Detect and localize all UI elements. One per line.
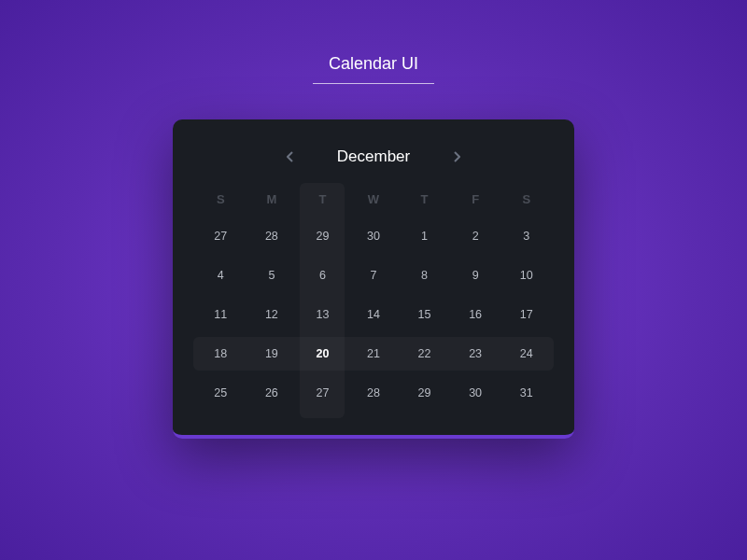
chevron-right-icon: [453, 151, 460, 162]
date-cell[interactable]: 25: [195, 373, 247, 413]
date-cell[interactable]: 28: [348, 373, 400, 413]
day-header: F: [450, 189, 501, 211]
date-cell[interactable]: 21: [348, 334, 400, 373]
date-cell[interactable]: 14: [348, 295, 400, 334]
day-header: W: [348, 189, 400, 211]
date-cell[interactable]: 4: [195, 256, 247, 295]
date-cell[interactable]: 22: [399, 334, 450, 373]
date-cell[interactable]: 3: [500, 217, 552, 256]
date-cell[interactable]: 13: [297, 295, 348, 334]
date-cell[interactable]: 29: [297, 217, 348, 256]
date-cell[interactable]: 28: [247, 217, 298, 256]
date-cell[interactable]: 12: [247, 295, 298, 334]
day-header: T: [297, 189, 348, 211]
day-headers-row: S M T W T F S: [195, 189, 552, 211]
date-cell[interactable]: 5: [247, 256, 298, 295]
date-cell[interactable]: 16: [450, 295, 501, 334]
date-cell[interactable]: 19: [247, 334, 298, 373]
date-cell[interactable]: 27: [297, 373, 348, 413]
date-cell[interactable]: 11: [195, 295, 247, 334]
chevron-left-icon: [287, 151, 294, 162]
date-cell[interactable]: 15: [399, 295, 450, 334]
date-cell[interactable]: 29: [399, 373, 450, 413]
day-header: T: [399, 189, 450, 211]
date-cell[interactable]: 24: [500, 334, 552, 373]
prev-month-button[interactable]: [281, 146, 300, 168]
date-cell[interactable]: 8: [399, 256, 450, 295]
date-cell[interactable]: 7: [348, 256, 400, 295]
month-label: December: [337, 147, 410, 166]
date-cell[interactable]: 9: [450, 256, 501, 295]
month-navigation: December: [195, 146, 552, 168]
date-cell[interactable]: 23: [450, 334, 501, 373]
date-cell[interactable]: 6: [297, 256, 348, 295]
date-cell[interactable]: 31: [500, 373, 552, 413]
date-cell[interactable]: 2: [450, 217, 501, 256]
page-title: Calendar UI: [313, 54, 434, 84]
day-header: S: [500, 189, 552, 211]
date-cell[interactable]: 20: [297, 334, 348, 373]
date-cell[interactable]: 18: [195, 334, 247, 373]
dates-grid: 2728293012345678910111213141516171819202…: [195, 217, 552, 413]
day-header: M: [247, 189, 298, 211]
calendar-card: December S M T W T F S 27282930123456789…: [173, 119, 574, 439]
date-cell[interactable]: 1: [399, 217, 450, 256]
date-cell[interactable]: 30: [450, 373, 501, 413]
date-cell[interactable]: 10: [500, 256, 552, 295]
date-cell[interactable]: 30: [348, 217, 400, 256]
day-header: S: [195, 189, 247, 211]
date-cell[interactable]: 17: [500, 295, 552, 334]
next-month-button[interactable]: [447, 146, 466, 168]
calendar-grid: S M T W T F S 27282930123456789101112131…: [195, 189, 552, 413]
date-cell[interactable]: 26: [247, 373, 298, 413]
date-cell[interactable]: 27: [195, 217, 247, 256]
